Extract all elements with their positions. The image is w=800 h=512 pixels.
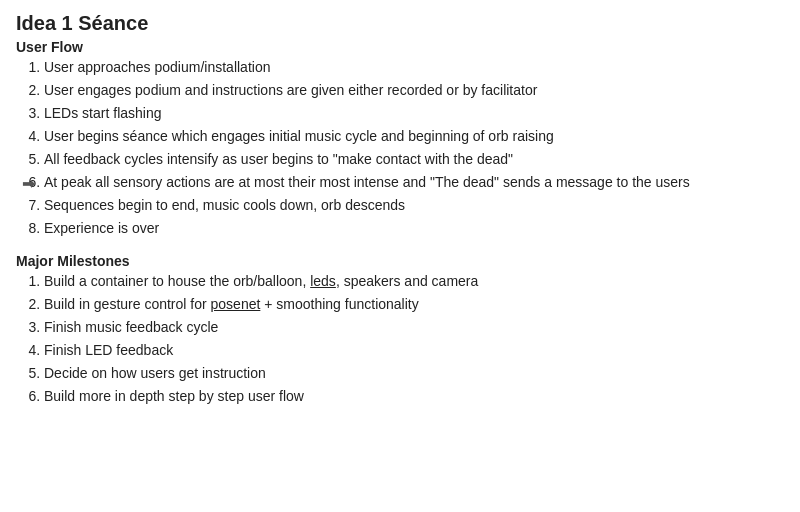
list-item: Build more in depth step by step user fl… xyxy=(44,386,784,407)
milestones-title: Major Milestones xyxy=(16,253,784,269)
milestones-list: Build a container to house the orb/ballo… xyxy=(44,271,784,407)
arrow-icon: ➡ xyxy=(22,172,35,196)
list-item: Finish music feedback cycle xyxy=(44,317,784,338)
user-flow-section: User Flow User approaches podium/install… xyxy=(16,39,784,239)
underline-posenet: posenet xyxy=(211,296,261,312)
list-item: Decide on how users get instruction xyxy=(44,363,784,384)
list-item: User approaches podium/installation xyxy=(44,57,784,78)
user-flow-title: User Flow xyxy=(16,39,784,55)
list-item: Finish LED feedback xyxy=(44,340,784,361)
milestones-section: Major Milestones Build a container to ho… xyxy=(16,253,784,407)
list-item: Build in gesture control for posenet + s… xyxy=(44,294,784,315)
list-item: Sequences begin to end, music cools down… xyxy=(44,195,784,216)
page-title: Idea 1 Séance xyxy=(16,12,784,35)
list-item-highlighted: ➡ At peak all sensory actions are at mos… xyxy=(44,172,784,193)
list-item: LEDs start flashing xyxy=(44,103,784,124)
list-item: User engages podium and instructions are… xyxy=(44,80,784,101)
list-item: All feedback cycles intensify as user be… xyxy=(44,149,784,170)
underline-leds: leds xyxy=(310,273,336,289)
list-item: User begins séance which engages initial… xyxy=(44,126,784,147)
list-item: Build a container to house the orb/ballo… xyxy=(44,271,784,292)
user-flow-list: User approaches podium/installation User… xyxy=(44,57,784,239)
list-item: Experience is over xyxy=(44,218,784,239)
